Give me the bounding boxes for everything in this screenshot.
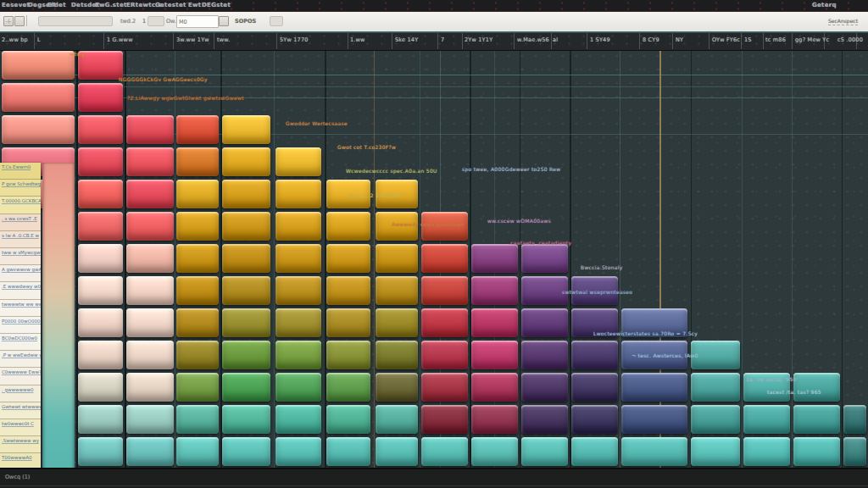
clip-block[interactable] [621, 405, 687, 434]
menu-item[interactable]: Eldet [47, 2, 66, 8]
clip-block[interactable] [222, 147, 270, 176]
menu-item[interactable]: EwG.stet [95, 2, 127, 8]
clip-block[interactable] [275, 180, 321, 208]
clip-block[interactable] [793, 373, 840, 402]
clip-block[interactable] [326, 212, 370, 241]
clip-block[interactable] [376, 373, 418, 402]
clip-block[interactable] [275, 276, 321, 305]
clip-block[interactable] [521, 276, 568, 305]
clip-block[interactable] [843, 437, 866, 466]
clip-block[interactable] [691, 437, 740, 466]
clip-block[interactable] [78, 212, 123, 241]
timeline-ruler[interactable]: 2..ww bpL1 G.www3w.ww 1Ywtww.5Yw 17701.w… [0, 31, 868, 51]
track-list-item[interactable]: s lw A .0.CB.E w [0, 231, 41, 248]
clip-block[interactable] [126, 308, 174, 337]
toolbar-mini-field[interactable] [270, 16, 283, 26]
track-list-item[interactable]: .P w wwEwdww w? [0, 351, 41, 368]
clip-block[interactable] [376, 405, 418, 434]
clip-block[interactable] [222, 180, 270, 208]
grid-icon[interactable] [3, 16, 14, 26]
clip-block[interactable] [78, 437, 123, 466]
clip-block[interactable] [421, 308, 468, 337]
toolbar-input[interactable] [176, 15, 219, 28]
clip-block[interactable] [176, 308, 219, 337]
clip-block[interactable] [126, 115, 174, 144]
track-list-item[interactable]: A gwewwew gwA [0, 265, 41, 282]
layers-icon[interactable] [14, 16, 25, 26]
clip-block[interactable] [621, 437, 687, 466]
clip-block[interactable] [222, 373, 270, 402]
clip-block[interactable] [78, 276, 123, 305]
clip-block[interactable] [275, 405, 321, 434]
clip-block[interactable] [521, 373, 568, 402]
clip-block[interactable] [691, 405, 740, 434]
clip-block[interactable] [275, 244, 321, 273]
clip-block[interactable] [78, 180, 123, 208]
menu-item[interactable]: Geterq [812, 2, 837, 8]
toolbar-field-small[interactable] [147, 16, 164, 26]
clip-block[interactable] [176, 180, 219, 208]
clip-block[interactable] [843, 405, 866, 434]
clip-block[interactable] [521, 437, 568, 466]
menu-item[interactable]: DEGstet [202, 2, 231, 8]
clip-block[interactable] [743, 437, 790, 466]
track-list-item[interactable]: . s wa cewsT .E [0, 214, 41, 231]
clip-block[interactable] [78, 373, 123, 402]
clip-block[interactable] [571, 373, 618, 402]
clip-block[interactable] [275, 341, 321, 369]
track-list-item[interactable]: BC0wDC000w0 [0, 334, 41, 351]
clip-block[interactable] [376, 276, 418, 305]
clip-block[interactable] [376, 308, 418, 337]
clip-block[interactable] [78, 115, 123, 144]
clip-block[interactable] [176, 341, 219, 369]
clip-block[interactable] [2, 51, 75, 80]
track-list-item[interactable]: tww w sMywcgww.. [0, 248, 41, 265]
clip-block[interactable] [471, 244, 518, 273]
clip-block[interactable] [126, 437, 174, 466]
track-list-item[interactable]: P gew Schwdtwg [0, 180, 41, 197]
gradient-fader-column[interactable] [42, 163, 75, 488]
clip-block[interactable] [222, 115, 270, 144]
clip-block[interactable] [222, 212, 270, 241]
clip-block[interactable] [126, 147, 174, 176]
clip-block[interactable] [126, 212, 174, 241]
clip-block[interactable] [471, 308, 518, 337]
clip-block[interactable] [78, 244, 123, 273]
clip-block[interactable] [326, 405, 370, 434]
clip-block[interactable] [222, 308, 270, 337]
clip-block[interactable] [222, 437, 270, 466]
toolbar-right-text[interactable]: SecAnspect [828, 18, 858, 25]
clip-block[interactable] [471, 373, 518, 402]
clip-block[interactable] [471, 405, 518, 434]
track-list-item[interactable]: twwwwtw ww ww A? [0, 300, 41, 317]
clip-block[interactable] [326, 244, 370, 273]
clip-block[interactable] [176, 244, 219, 273]
clip-block[interactable] [326, 341, 370, 369]
clip-block[interactable] [421, 437, 468, 466]
clip-block[interactable] [222, 341, 270, 369]
clip-block[interactable] [793, 437, 840, 466]
clip-block[interactable] [176, 212, 219, 241]
clip-block[interactable] [126, 373, 174, 402]
clip-block[interactable] [421, 276, 468, 305]
track-list-item[interactable]: tw0wwwc0t C [0, 419, 41, 436]
clip-block[interactable] [78, 341, 123, 369]
clip-block[interactable] [176, 437, 219, 466]
clip-block[interactable] [521, 244, 568, 273]
menu-item[interactable]: Getestet [155, 2, 186, 8]
clip-block[interactable] [376, 244, 418, 273]
track-list-item[interactable]: T.Cs.Ewwm0 [0, 163, 41, 180]
clip-block[interactable] [326, 437, 370, 466]
clip-block[interactable] [471, 437, 518, 466]
clip-block[interactable] [326, 276, 370, 305]
clip-block[interactable] [78, 308, 123, 337]
clip-block[interactable] [176, 276, 219, 305]
clip-block[interactable] [126, 341, 174, 369]
clip-block[interactable] [326, 373, 370, 402]
clip-block[interactable] [376, 437, 418, 466]
clip-block[interactable] [275, 308, 321, 337]
clip-block[interactable] [78, 83, 123, 112]
clip-block[interactable] [2, 115, 75, 144]
clip-block[interactable] [275, 437, 321, 466]
clip-block[interactable] [743, 405, 790, 434]
